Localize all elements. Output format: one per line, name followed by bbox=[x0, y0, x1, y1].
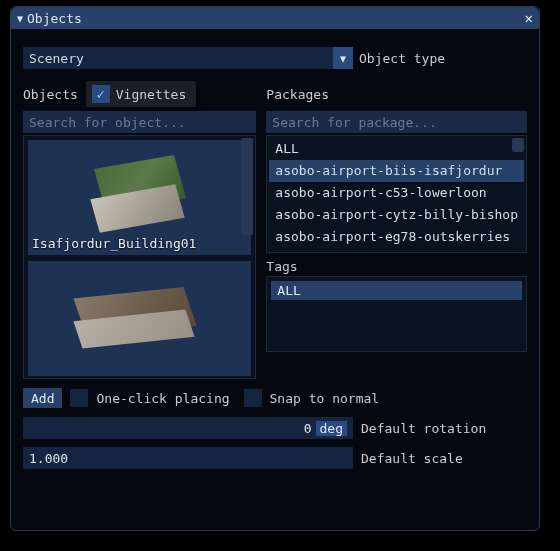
objects-column: Objects ✓ Vignettes Isafjordur_Building0… bbox=[23, 81, 256, 379]
object-type-label: Object type bbox=[359, 51, 445, 66]
window-content: Scenery ▼ Object type Objects ✓ Vignette… bbox=[11, 29, 539, 530]
object-thumbnail[interactable]: Isafjordur_Building01 bbox=[28, 140, 251, 255]
window-title: Objects bbox=[27, 11, 82, 26]
package-item[interactable]: asobo-airport-eidl-donegal bbox=[269, 248, 524, 253]
package-item[interactable]: asobo-airport-biis-isafjordur bbox=[269, 160, 524, 182]
objects-window: ▼ Objects ✕ Scenery ▼ Object type Object… bbox=[10, 6, 540, 531]
objects-header: Objects bbox=[23, 87, 78, 102]
package-item[interactable]: asobo-airport-eg78-outskerries bbox=[269, 226, 524, 248]
one-click-checkbox[interactable] bbox=[70, 389, 88, 407]
scrollbar[interactable] bbox=[512, 138, 524, 152]
building-preview-icon bbox=[80, 151, 200, 231]
scrollbar[interactable] bbox=[241, 138, 253, 235]
snap-label: Snap to normal bbox=[270, 391, 380, 406]
tags-label: Tags bbox=[266, 259, 527, 274]
checkbox-checked-icon: ✓ bbox=[92, 85, 110, 103]
package-list[interactable]: ALL asobo-airport-biis-isafjordur asobo-… bbox=[266, 135, 527, 253]
scale-value: 1.000 bbox=[29, 451, 68, 466]
object-thumbnail[interactable] bbox=[28, 261, 251, 376]
vignettes-toggle[interactable]: ✓ Vignettes bbox=[86, 81, 196, 107]
object-search-input[interactable] bbox=[23, 111, 256, 133]
package-item[interactable]: asobo-airport-cytz-billy-bishop bbox=[269, 204, 524, 226]
object-type-dropdown[interactable]: Scenery ▼ bbox=[23, 47, 353, 69]
tag-item[interactable]: ALL bbox=[271, 281, 522, 300]
default-rotation-input[interactable]: 0 deg bbox=[23, 417, 353, 439]
one-click-label: One-click placing bbox=[96, 391, 229, 406]
packages-header: Packages bbox=[266, 87, 329, 102]
package-search-input[interactable] bbox=[266, 111, 527, 133]
chevron-down-icon[interactable]: ▼ bbox=[333, 47, 353, 69]
packages-column: Packages ALL asobo-airport-biis-isafjord… bbox=[266, 81, 527, 379]
collapse-triangle-icon[interactable]: ▼ bbox=[17, 13, 23, 24]
snap-checkbox[interactable] bbox=[244, 389, 262, 407]
package-item[interactable]: ALL bbox=[269, 138, 524, 160]
add-button[interactable]: Add bbox=[23, 388, 62, 408]
close-icon[interactable]: ✕ bbox=[525, 10, 533, 26]
tags-list[interactable]: ALL bbox=[266, 276, 527, 352]
package-item[interactable]: asobo-airport-c53-lowerloon bbox=[269, 182, 524, 204]
vignettes-label: Vignettes bbox=[116, 87, 186, 102]
default-scale-label: Default scale bbox=[361, 451, 463, 466]
object-thumbnail-list[interactable]: Isafjordur_Building01 bbox=[23, 135, 256, 379]
rotation-value: 0 bbox=[304, 421, 312, 436]
default-scale-input[interactable]: 1.000 bbox=[23, 447, 353, 469]
thumbnail-label: Isafjordur_Building01 bbox=[32, 236, 196, 251]
object-type-value: Scenery bbox=[29, 51, 84, 66]
default-rotation-label: Default rotation bbox=[361, 421, 486, 436]
titlebar[interactable]: ▼ Objects ✕ bbox=[11, 7, 539, 29]
building-preview-icon bbox=[70, 277, 210, 347]
rotation-unit[interactable]: deg bbox=[316, 421, 347, 436]
